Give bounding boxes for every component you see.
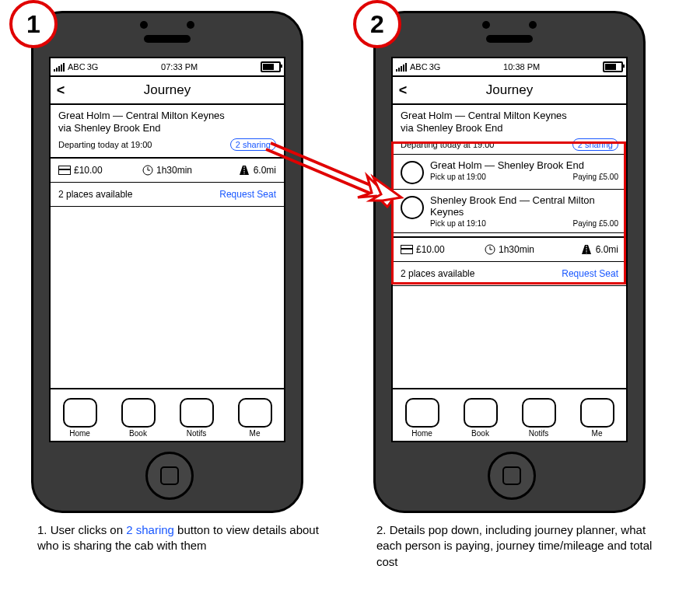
earpiece xyxy=(144,35,191,43)
step-badge-label: 1 xyxy=(26,10,40,39)
clock: 07:33 PM xyxy=(98,62,261,72)
availability-row: 2 places available Request Seat xyxy=(51,183,284,206)
sensor-dot xyxy=(187,21,194,29)
tab-me[interactable]: Me xyxy=(580,398,614,438)
caption-1: 1. User clicks on 2 sharing button to vi… xyxy=(37,522,333,554)
tab-me-icon xyxy=(580,398,614,428)
status-bar: ABC 3G 07:33 PM xyxy=(51,58,284,77)
annotation-arrow xyxy=(264,134,404,211)
journey-route-line1: Great Holm — Central Milton Keynes xyxy=(58,110,276,122)
home-button[interactable] xyxy=(145,452,194,500)
page-title: Journey xyxy=(51,82,284,98)
tab-label: Home xyxy=(411,429,432,438)
status-bar: ABC 3G 10:38 PM xyxy=(393,58,626,77)
tab-label: Me xyxy=(592,429,603,438)
carrier-label: ABC xyxy=(68,62,86,72)
tab-book[interactable]: Book xyxy=(121,398,156,438)
step-badge-label: 2 xyxy=(370,10,384,39)
step-badge-1: 1 xyxy=(9,0,58,48)
nav-bar: < Journey xyxy=(393,77,626,105)
nav-bar: < Journey xyxy=(51,77,284,105)
sensor-dot xyxy=(529,21,537,29)
journey-depart: Departing today at 19:00 xyxy=(58,140,152,149)
tab-notifs[interactable]: Notifs xyxy=(180,398,214,438)
journey-route-line2: via Shenley Brook End xyxy=(58,122,276,134)
tab-book-icon xyxy=(464,398,498,428)
tab-book-icon xyxy=(121,398,156,428)
road-icon xyxy=(238,166,250,175)
tab-label: Notifs xyxy=(529,429,549,438)
price-icon xyxy=(58,166,71,175)
battery-icon xyxy=(603,61,623,72)
network-label: 3G xyxy=(429,62,441,72)
tab-bar: Home Book Notifs Me xyxy=(51,388,284,441)
tab-label: Book xyxy=(471,429,489,438)
highlight-box xyxy=(391,141,626,285)
phone-mockup-1: ABC 3G 07:33 PM < Journey Great Holm — C… xyxy=(31,11,303,513)
tab-me-icon xyxy=(238,398,272,428)
earpiece xyxy=(486,35,533,43)
tab-notifs-icon xyxy=(522,398,556,428)
signal-icon xyxy=(396,63,407,72)
journey-stats: £10.00 1h30min 6.0mi xyxy=(51,159,284,182)
carrier-label: ABC xyxy=(410,62,428,72)
home-button[interactable] xyxy=(488,452,536,500)
tab-label: Home xyxy=(69,429,90,438)
journey-route-line1: Great Holm — Central Milton Keynes xyxy=(401,110,618,122)
content-area: Great Holm — Central Milton Keynes via S… xyxy=(51,105,284,393)
tab-bar: Home Book Notifs Me xyxy=(393,388,626,441)
journey-route-line2: via Shenley Brook End xyxy=(401,122,618,134)
camera-dot xyxy=(140,21,148,29)
tab-label: Notifs xyxy=(187,429,207,438)
step-badge-2: 2 xyxy=(353,0,401,48)
places-available: 2 places available xyxy=(58,189,132,200)
price-value: £10.00 xyxy=(74,165,103,176)
journey-header: Great Holm — Central Milton Keynes via S… xyxy=(51,105,284,154)
page-title: Journey xyxy=(393,82,626,98)
tab-label: Me xyxy=(250,429,261,438)
battery-icon xyxy=(261,61,281,72)
screen: ABC 3G 07:33 PM < Journey Great Holm — C… xyxy=(49,57,285,442)
tab-me[interactable]: Me xyxy=(238,398,272,438)
caption-1-link: 2 sharing xyxy=(126,523,174,536)
duration-value: 1h30min xyxy=(156,165,192,176)
clock-icon xyxy=(142,165,153,176)
caption-2: 2. Details pop down, including journey p… xyxy=(376,522,672,570)
svg-rect-1 xyxy=(59,169,71,170)
clock: 10:38 PM xyxy=(440,62,603,72)
network-label: 3G xyxy=(87,62,99,72)
tab-home[interactable]: Home xyxy=(63,398,97,438)
back-button[interactable]: < xyxy=(51,82,71,99)
tab-home-icon xyxy=(405,398,439,428)
tab-book[interactable]: Book xyxy=(464,398,498,438)
tab-notifs[interactable]: Notifs xyxy=(522,398,556,438)
back-button[interactable]: < xyxy=(393,82,413,99)
tab-label: Book xyxy=(129,429,147,438)
tab-home-icon xyxy=(63,398,97,428)
tab-home[interactable]: Home xyxy=(405,398,439,438)
caption-1-prefix: 1. User clicks on xyxy=(37,523,126,536)
tab-notifs-icon xyxy=(180,398,214,428)
signal-icon xyxy=(54,63,65,72)
camera-dot xyxy=(482,21,490,29)
